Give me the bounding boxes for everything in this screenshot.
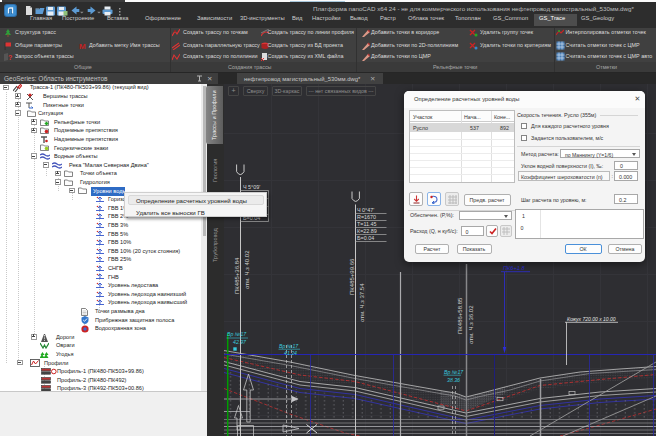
svg-text:ПК486+58.85: ПК486+58.85 (457, 297, 463, 334)
svg-text:42.97: 42.97 (233, 339, 247, 345)
svg-text:отм. Ч.з 36.02: отм. Ч.з 36.02 (468, 305, 474, 344)
svg-text:Вр №17: Вр №17 (444, 369, 464, 375)
svg-text:Б=0.04: Б=0.04 (357, 235, 374, 241)
svg-text:отм. Ч.з 40.02: отм. Ч.з 40.02 (244, 250, 250, 289)
svg-text:ПК485+36.84: ПК485+36.84 (234, 257, 240, 294)
svg-text:Т=11.45: Т=11.45 (357, 221, 377, 227)
svg-text:Ч 5°09': Ч 5°09' (243, 184, 260, 190)
svg-text:ПК485+99.66: ПК485+99.66 (349, 258, 355, 295)
svg-text:отм. Ч.з 37.54: отм. Ч.з 37.54 (359, 283, 365, 322)
svg-text:?: ? (8, 54, 12, 61)
svg-text:Кожух 720.00 х 10.00: Кожух 720.00 х 10.00 (567, 316, 616, 322)
svg-text:R=1670: R=1670 (357, 214, 376, 220)
svg-text:41.24: 41.24 (284, 350, 297, 356)
svg-text:К=22.89: К=22.89 (357, 228, 377, 234)
svg-text:38.36: 38.36 (447, 377, 460, 383)
svg-text:Вр №17: Вр №17 (227, 331, 247, 337)
svg-text:Ч 0°47': Ч 0°47' (357, 207, 374, 213)
svg-text:Вр №17: Вр №17 (279, 343, 299, 349)
svg-text:ПК6+1.8: ПК6+1.8 (503, 265, 525, 271)
